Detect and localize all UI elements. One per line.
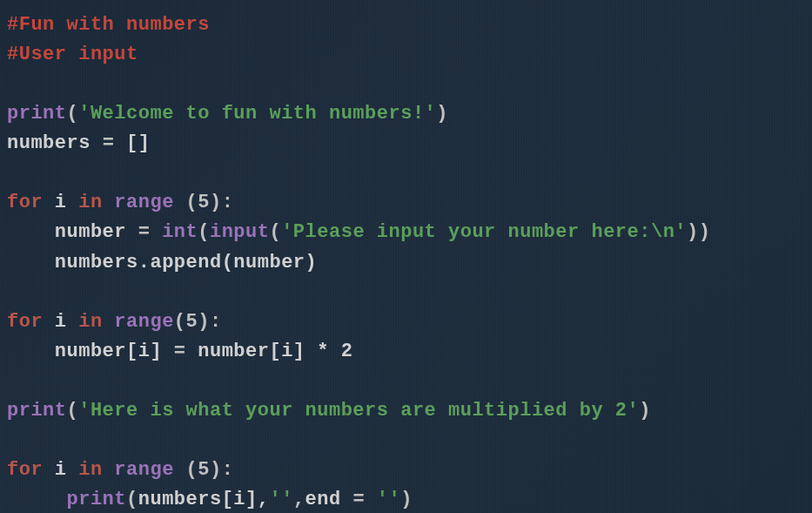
identifier: number — [55, 221, 138, 243]
operator: = — [352, 489, 365, 510]
space — [103, 311, 115, 333]
int-call: int — [150, 221, 198, 243]
string-literal: 'Welcome to fun with numbers!' — [78, 103, 436, 125]
paren: ) — [639, 400, 651, 422]
keyword-in: in — [78, 192, 102, 213]
kwarg: end — [305, 489, 353, 510]
comment-text: #Fun with numbers — [7, 14, 210, 36]
identifier: number[i] — [186, 341, 318, 362]
keyword-for: for — [7, 311, 43, 333]
paren: ) — [436, 103, 448, 125]
code-line-11: for i in range(5): — [7, 307, 805, 337]
string-literal: '' — [269, 489, 292, 510]
blank-line — [7, 70, 805, 99]
space — [103, 459, 115, 481]
code-line-9: numbers.append(number) — [7, 248, 805, 278]
paren: ( — [198, 221, 210, 243]
identifier: i — [43, 192, 78, 213]
keyword-in: in — [78, 459, 102, 481]
list-literal: [] — [114, 132, 150, 154]
paren: ) — [400, 489, 413, 510]
identifier: i — [43, 459, 78, 481]
indent — [7, 221, 55, 243]
code-line-7: for i in range (5): — [7, 188, 805, 218]
string-literal: 'Please input your number here:\n' — [281, 221, 687, 243]
code-line-2: #User input — [7, 40, 805, 70]
identifier: i — [43, 311, 78, 333]
print-call: print — [67, 489, 127, 510]
string-literal: '' — [365, 489, 400, 510]
code-line-4: print('Welcome to fun with numbers!') — [7, 99, 805, 129]
range-call: range — [114, 192, 174, 213]
paren: ( — [126, 489, 138, 510]
input-call: input — [210, 221, 270, 243]
paren: ( — [67, 400, 79, 422]
blank-line — [7, 278, 805, 307]
range-call: range — [114, 311, 174, 333]
code-line-5: numbers = [] — [7, 129, 805, 159]
paren-args: (5): — [174, 192, 234, 213]
code-line-8: number = int(input('Please input your nu… — [7, 218, 805, 247]
identifier: number[i] — [55, 341, 174, 362]
keyword-for: for — [7, 459, 43, 481]
paren: ( — [269, 221, 281, 243]
keyword-in: in — [78, 311, 102, 333]
paren-args: (5): — [174, 311, 222, 333]
indent — [7, 489, 67, 510]
identifier: numbers — [7, 132, 103, 154]
range-call: range — [114, 459, 174, 481]
code-line-12: number[i] = number[i] * 2 — [7, 337, 805, 367]
string-literal: 'Here is what your numbers are multiplie… — [78, 400, 639, 422]
blank-line — [7, 426, 805, 456]
operator: = — [138, 221, 151, 243]
comment-text: #User input — [7, 44, 138, 65]
code-line-1: #Fun with numbers — [7, 10, 805, 40]
keyword-for: for — [7, 192, 43, 213]
paren-args: (5): — [174, 459, 234, 481]
operator: = — [174, 341, 186, 362]
paren: ( — [67, 103, 79, 125]
code-line-17: print(numbers[i],'',end = '') — [7, 485, 805, 513]
number-literal: * 2 — [317, 341, 352, 362]
identifier: numbers[i], — [138, 489, 270, 510]
blank-line — [7, 159, 805, 188]
blank-line — [7, 367, 805, 396]
print-call: print — [7, 103, 67, 125]
code-line-16: for i in range (5): — [7, 456, 805, 485]
operator: = — [103, 132, 115, 154]
paren: )) — [687, 221, 710, 243]
space — [103, 192, 115, 213]
code-line-14: print('Here is what your numbers are mul… — [7, 396, 805, 426]
comma: , — [293, 489, 305, 510]
print-call: print — [7, 400, 67, 422]
code-editor[interactable]: #Fun with numbers #User input print('Wel… — [7, 10, 805, 513]
indent — [7, 341, 55, 362]
method-call: numbers.append(number) — [55, 252, 317, 273]
indent — [7, 252, 55, 273]
